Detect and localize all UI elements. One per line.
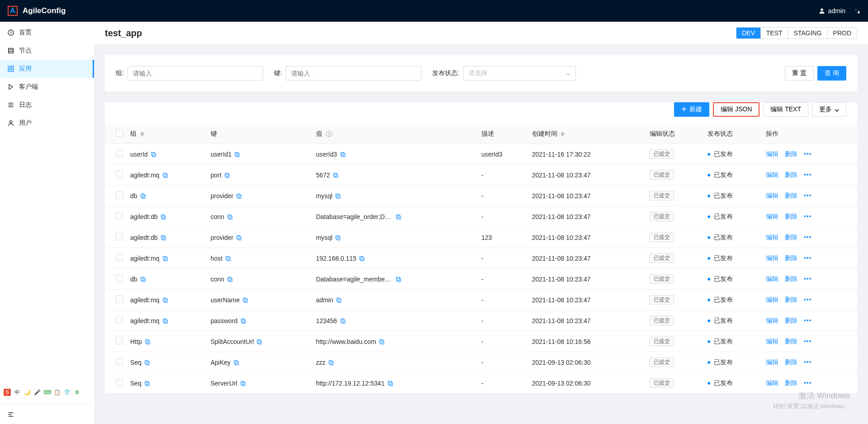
copy-icon[interactable] <box>387 381 393 386</box>
edit-link[interactable]: 编辑 <box>766 171 778 178</box>
copy-icon[interactable] <box>336 297 342 303</box>
row-checkbox[interactable] <box>116 233 123 240</box>
row-more-icon[interactable]: ••• <box>804 275 812 282</box>
delete-link[interactable]: 删除 <box>785 275 797 282</box>
copy-icon[interactable] <box>162 172 168 178</box>
copy-icon[interactable] <box>242 297 248 303</box>
copy-icon[interactable] <box>225 256 231 262</box>
copy-icon[interactable] <box>162 297 168 303</box>
row-more-icon[interactable]: ••• <box>804 338 812 345</box>
copy-icon[interactable] <box>162 318 168 324</box>
delete-link[interactable]: 删除 <box>785 171 797 178</box>
env-tab-staging[interactable]: STAGING <box>788 28 828 38</box>
copy-icon[interactable] <box>140 193 146 199</box>
delete-link[interactable]: 删除 <box>785 213 797 220</box>
row-checkbox[interactable] <box>116 191 123 199</box>
edit-text-button[interactable]: 编辑 TEXT <box>763 102 808 117</box>
sidebar-item-4[interactable]: 日志 <box>0 96 94 114</box>
col-created[interactable]: 创建时间 <box>528 124 646 144</box>
row-checkbox[interactable] <box>116 212 123 219</box>
delete-link[interactable]: 删除 <box>785 379 797 386</box>
copy-icon[interactable] <box>396 214 401 220</box>
delete-link[interactable]: 删除 <box>785 358 797 366</box>
edit-link[interactable]: 编辑 <box>766 233 778 241</box>
delete-link[interactable]: 删除 <box>785 296 797 303</box>
row-checkbox[interactable] <box>116 150 123 157</box>
env-tab-prod[interactable]: PROD <box>828 28 857 38</box>
select-all-checkbox[interactable] <box>116 129 123 137</box>
row-more-icon[interactable]: ••• <box>804 358 812 366</box>
col-group[interactable]: 组 <box>127 124 207 144</box>
copy-icon[interactable] <box>160 235 166 241</box>
edit-link[interactable]: 编辑 <box>766 296 778 303</box>
delete-link[interactable]: 删除 <box>785 192 797 199</box>
copy-icon[interactable] <box>140 276 146 282</box>
delete-link[interactable]: 删除 <box>785 150 797 157</box>
row-checkbox[interactable] <box>116 171 123 178</box>
sidebar-item-2[interactable]: 应用 <box>0 60 94 78</box>
filter-group-input[interactable] <box>127 66 263 81</box>
copy-icon[interactable] <box>328 360 334 366</box>
row-more-icon[interactable]: ••• <box>804 233 812 241</box>
copy-icon[interactable] <box>227 214 233 220</box>
edit-link[interactable]: 编辑 <box>766 379 778 386</box>
env-tab-test[interactable]: TEST <box>761 28 788 38</box>
edit-link[interactable]: 编辑 <box>766 338 778 345</box>
copy-icon[interactable] <box>335 235 341 241</box>
copy-icon[interactable] <box>340 318 346 324</box>
sidebar-item-3[interactable]: 客户端 <box>0 78 94 96</box>
info-icon[interactable] <box>326 131 332 137</box>
edit-link[interactable]: 编辑 <box>766 275 778 282</box>
row-more-icon[interactable]: ••• <box>804 379 812 386</box>
sort-icon[interactable] <box>140 131 144 137</box>
col-edit-status[interactable]: 编辑状态 <box>646 124 704 144</box>
copy-icon[interactable] <box>160 214 166 220</box>
row-checkbox[interactable] <box>116 379 123 386</box>
copy-icon[interactable] <box>236 193 242 199</box>
more-button[interactable]: 更多 <box>812 102 846 117</box>
row-checkbox[interactable] <box>116 337 123 344</box>
col-key[interactable]: 键 <box>207 124 312 144</box>
row-more-icon[interactable]: ••• <box>804 254 812 262</box>
row-more-icon[interactable]: ••• <box>804 213 812 220</box>
new-button[interactable]: 新建 <box>674 102 709 117</box>
delete-link[interactable]: 删除 <box>785 338 797 345</box>
sidebar-item-1[interactable]: 节点 <box>0 42 94 60</box>
copy-icon[interactable] <box>145 339 151 345</box>
reset-button[interactable]: 重 置 <box>785 66 814 81</box>
edit-link[interactable]: 编辑 <box>766 213 778 220</box>
sidebar-collapse[interactable] <box>0 404 94 424</box>
row-checkbox[interactable] <box>116 358 123 365</box>
edit-link[interactable]: 编辑 <box>766 317 778 324</box>
env-tab-dev[interactable]: DEV <box>736 28 761 38</box>
row-checkbox[interactable] <box>116 295 123 303</box>
row-more-icon[interactable]: ••• <box>804 192 812 199</box>
copy-icon[interactable] <box>151 152 156 157</box>
copy-icon[interactable] <box>224 172 230 178</box>
col-value[interactable]: 值 <box>312 124 478 144</box>
row-checkbox[interactable] <box>116 254 123 261</box>
copy-icon[interactable] <box>359 256 365 262</box>
row-more-icon[interactable]: ••• <box>804 317 812 324</box>
user-menu[interactable]: admin <box>818 7 845 14</box>
edit-link[interactable]: 编辑 <box>766 192 778 199</box>
copy-icon[interactable] <box>234 152 240 157</box>
language-icon[interactable] <box>854 7 861 14</box>
row-checkbox[interactable] <box>116 316 123 324</box>
col-pub-status[interactable]: 发布状态 <box>704 124 762 144</box>
copy-icon[interactable] <box>333 172 339 178</box>
row-checkbox[interactable] <box>116 275 123 282</box>
copy-icon[interactable] <box>340 152 346 157</box>
copy-icon[interactable] <box>236 235 242 241</box>
copy-icon[interactable] <box>144 360 150 366</box>
delete-link[interactable]: 删除 <box>785 254 797 262</box>
row-more-icon[interactable]: ••• <box>804 150 812 157</box>
edit-link[interactable]: 编辑 <box>766 254 778 262</box>
copy-icon[interactable] <box>335 193 341 199</box>
delete-link[interactable]: 删除 <box>785 233 797 241</box>
copy-icon[interactable] <box>144 381 150 386</box>
row-more-icon[interactable]: ••• <box>804 296 812 303</box>
copy-icon[interactable] <box>396 276 401 282</box>
row-more-icon[interactable]: ••• <box>804 171 812 178</box>
copy-icon[interactable] <box>379 339 385 345</box>
